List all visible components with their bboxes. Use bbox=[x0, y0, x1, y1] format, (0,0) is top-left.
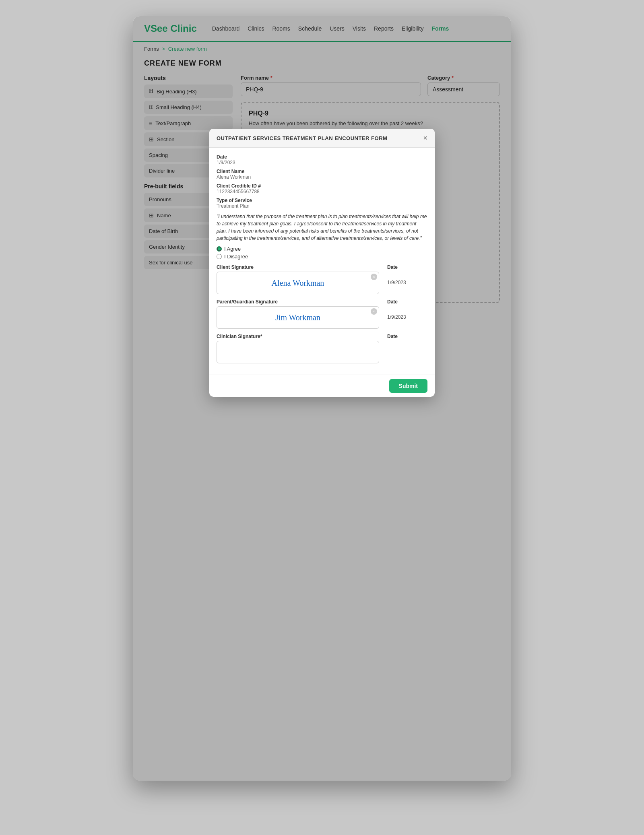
app-window: VSee Clinic Dashboard Clinics Rooms Sche… bbox=[133, 16, 511, 781]
modal-service-type-label: Type of Service bbox=[217, 198, 427, 203]
client-sig-value: Alena Workman bbox=[272, 278, 324, 288]
client-sig-label: Client Signature bbox=[217, 264, 379, 270]
modal-overlay: OUTPATIENT SERVICES TREATMENT PLAN ENCOU… bbox=[133, 16, 511, 781]
guardian-sig-date-value: 1/9/2023 bbox=[387, 306, 427, 320]
modal-client-id-row: Client Credible ID # 1122334455667788 bbox=[217, 183, 427, 194]
modal-signatures: Client Signature × Alena Workman Date 1/… bbox=[217, 264, 427, 363]
guardian-sig-label: Parent/Guardian Signature bbox=[217, 299, 379, 305]
clinician-sig-box[interactable] bbox=[217, 341, 379, 363]
modal-date-value: 1/9/2023 bbox=[217, 160, 427, 165]
modal-service-type-value: Treatment Plan bbox=[217, 203, 427, 209]
modal-disagree-label: I Disagree bbox=[224, 254, 248, 260]
client-sig-box: × Alena Workman bbox=[217, 272, 379, 294]
guardian-sig-clear[interactable]: × bbox=[371, 308, 377, 315]
modal-date-label: Date bbox=[217, 154, 427, 160]
modal-client-id-label: Client Credible ID # bbox=[217, 183, 427, 189]
modal-agree-radio[interactable] bbox=[217, 246, 222, 252]
modal-body: Date 1/9/2023 Client Name Alena Workman … bbox=[209, 148, 435, 375]
guardian-sig-row: Parent/Guardian Signature × Jim Workman … bbox=[217, 299, 427, 329]
modal-close-button[interactable]: × bbox=[423, 134, 427, 142]
modal-agree-option[interactable]: I Agree bbox=[217, 246, 427, 252]
client-sig-row: Client Signature × Alena Workman Date 1/… bbox=[217, 264, 427, 294]
modal-client-name-value: Alena Workman bbox=[217, 174, 427, 180]
modal-client-id-value: 1122334455667788 bbox=[217, 189, 427, 194]
client-sig-date-col: Date 1/9/2023 bbox=[387, 264, 427, 294]
guardian-sig-col: Parent/Guardian Signature × Jim Workman bbox=[217, 299, 379, 329]
clinician-sig-label: Clinician Signature* bbox=[217, 334, 379, 339]
modal-client-name-row: Client Name Alena Workman bbox=[217, 169, 427, 180]
modal-consent-text: "I understand that the purpose of the tr… bbox=[217, 213, 427, 242]
modal-title: OUTPATIENT SERVICES TREATMENT PLAN ENCOU… bbox=[217, 135, 387, 141]
guardian-sig-value: Jim Workman bbox=[275, 313, 320, 322]
clinician-sig-row: Clinician Signature* Date bbox=[217, 334, 427, 363]
modal-disagree-radio[interactable] bbox=[217, 254, 222, 259]
guardian-sig-box: × Jim Workman bbox=[217, 306, 379, 329]
modal: OUTPATIENT SERVICES TREATMENT PLAN ENCOU… bbox=[209, 129, 435, 397]
client-sig-clear[interactable]: × bbox=[371, 274, 377, 280]
modal-disagree-option[interactable]: I Disagree bbox=[217, 254, 427, 260]
modal-date-row: Date 1/9/2023 bbox=[217, 154, 427, 165]
clinician-date-col: Date bbox=[387, 334, 427, 363]
modal-agree-label: I Agree bbox=[224, 246, 241, 252]
modal-header: OUTPATIENT SERVICES TREATMENT PLAN ENCOU… bbox=[209, 129, 435, 148]
modal-service-type-row: Type of Service Treatment Plan bbox=[217, 198, 427, 209]
client-sig-date-value: 1/9/2023 bbox=[387, 272, 427, 285]
clinician-date-label: Date bbox=[387, 334, 427, 339]
client-sig-col: Client Signature × Alena Workman bbox=[217, 264, 379, 294]
clinician-sig-col: Clinician Signature* bbox=[217, 334, 379, 363]
guardian-sig-date-label: Date bbox=[387, 299, 427, 305]
guardian-sig-date-col: Date 1/9/2023 bbox=[387, 299, 427, 329]
submit-button[interactable]: Submit bbox=[389, 379, 427, 393]
modal-client-name-label: Client Name bbox=[217, 169, 427, 174]
modal-footer: Submit bbox=[209, 375, 435, 397]
client-sig-date-label: Date bbox=[387, 264, 427, 270]
